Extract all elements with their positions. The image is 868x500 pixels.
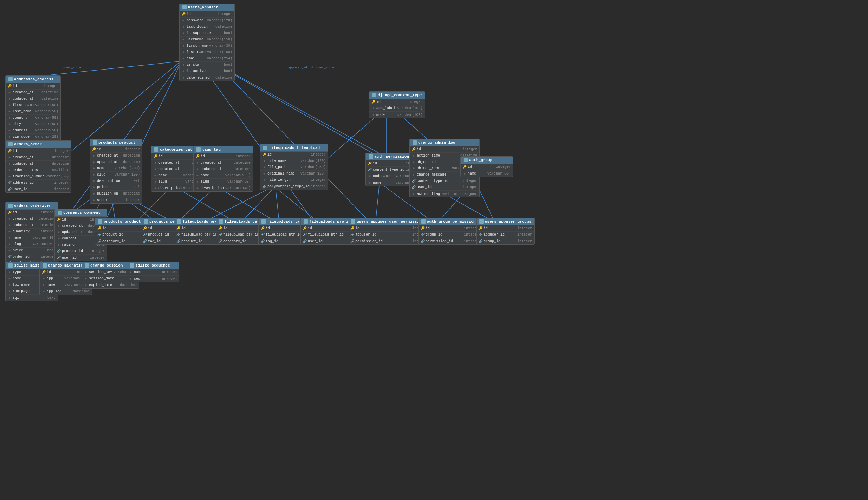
field-type: integer bbox=[517, 226, 532, 230]
field-name: last_name bbox=[13, 110, 34, 113]
table-sqlite_sequence: sqlite_sequence◆nameunknown◆sequnknown bbox=[127, 262, 179, 282]
field-icon: ◆ bbox=[93, 179, 95, 183]
table-products_product: products_product🔑idinteger◆created_atdat… bbox=[90, 139, 142, 204]
field-name: content_type_id bbox=[417, 179, 461, 183]
field-type: datetime bbox=[215, 76, 232, 80]
fk-icon: 🔗 bbox=[8, 188, 12, 191]
table-icon bbox=[8, 142, 13, 146]
field-name: first_name bbox=[187, 44, 208, 48]
field-type: integer bbox=[517, 239, 532, 243]
field-icon: ◆ bbox=[8, 122, 10, 126]
field-icon: ◆ bbox=[93, 198, 95, 202]
pk-icon: 🔑 bbox=[421, 226, 425, 230]
table-row: ◆is_staffbool bbox=[180, 62, 234, 68]
field-name: email bbox=[187, 57, 206, 60]
field-type: unknown bbox=[162, 277, 177, 281]
fk-icon: 🔗 bbox=[57, 249, 61, 253]
field-icon: ◆ bbox=[93, 173, 95, 177]
field-type: varchar(50) bbox=[32, 242, 56, 246]
field-name: stock bbox=[97, 198, 124, 202]
field-name: seq bbox=[134, 277, 161, 281]
field-name: created_at bbox=[62, 224, 86, 228]
field-icon: ◆ bbox=[85, 283, 86, 287]
field-name: name bbox=[97, 166, 113, 170]
table-title: django_content_type bbox=[378, 93, 422, 97]
table-row: ◆countryvarchar(50) bbox=[6, 115, 60, 121]
pk-icon: 🔑 bbox=[479, 226, 482, 230]
table-row: ◆tracking_numbervarchar(50) bbox=[6, 173, 71, 180]
table-row: 🔗user_idinteger bbox=[6, 186, 71, 192]
pk-icon: 🔑 bbox=[8, 149, 12, 153]
table-icon bbox=[196, 147, 201, 152]
table-row: ◆emailvarchar(254) bbox=[180, 55, 234, 62]
field-name: user_id bbox=[417, 185, 461, 189]
field-type: varchar(100) bbox=[115, 173, 140, 177]
field-type: varchar(50) bbox=[35, 116, 58, 120]
table-title: orders_order bbox=[14, 142, 42, 146]
table-header-addresses_address: addresses_address bbox=[6, 76, 60, 83]
connections-svg bbox=[0, 0, 868, 500]
field-type: integer bbox=[90, 256, 105, 260]
field-name: id bbox=[187, 12, 216, 16]
field-name: id bbox=[97, 147, 124, 151]
fk-icon: 🔗 bbox=[143, 233, 147, 237]
field-name: id bbox=[355, 226, 411, 230]
table-row: 🔗appuser_idinteger bbox=[348, 232, 429, 238]
fk-icon: 🔗 bbox=[368, 168, 372, 172]
field-type: varchar(140) bbox=[225, 186, 251, 190]
table-row: ◆expire_datedatetime bbox=[82, 282, 139, 288]
table-icon bbox=[182, 5, 187, 9]
table-title: comments_comment bbox=[63, 211, 101, 215]
field-type: datetime bbox=[123, 160, 140, 164]
field-type: integer bbox=[125, 147, 140, 151]
field-name: object_repr bbox=[417, 166, 451, 170]
fk-icon: 🔗 bbox=[303, 233, 307, 237]
field-type: integer bbox=[517, 233, 532, 237]
table-header-tags_tag: tags_tag bbox=[194, 146, 253, 153]
field-name: slug bbox=[158, 180, 184, 184]
field-name: slug bbox=[201, 180, 226, 184]
field-icon: ◆ bbox=[372, 113, 374, 117]
table-row: ◆quantityinteger bbox=[6, 229, 58, 235]
field-type: varchar(128) bbox=[207, 19, 232, 22]
table-row: ◆created_atdatetime bbox=[6, 90, 60, 96]
pk-icon: 🔑 bbox=[368, 162, 372, 165]
fk-icon: 🔗 bbox=[176, 233, 180, 237]
field-icon: ◆ bbox=[196, 186, 198, 190]
field-icon: ◆ bbox=[58, 224, 59, 228]
field-type: varchar(50) bbox=[35, 129, 58, 132]
field-icon: ◆ bbox=[43, 277, 44, 281]
field-type: integer bbox=[41, 230, 56, 233]
field-name: fileupload_ptr_id bbox=[266, 233, 302, 237]
field-icon: ◆ bbox=[263, 159, 265, 163]
field-name: name bbox=[158, 173, 182, 177]
field-type: datetime bbox=[39, 223, 56, 227]
table-auth_group: auth_group🔑idinteger◆namevarchar(80) bbox=[460, 156, 513, 177]
table-row: ◆stockinteger bbox=[90, 197, 142, 203]
field-type: bool bbox=[224, 31, 232, 35]
field-type: integer bbox=[462, 147, 477, 151]
field-icon: ◆ bbox=[93, 192, 95, 196]
field-type: datetime bbox=[52, 162, 69, 166]
field-type: varchar(120) bbox=[300, 172, 326, 176]
table-title: orders_orderitem bbox=[14, 204, 51, 208]
field-type: varchar(30) bbox=[209, 44, 232, 48]
field-icon: ◆ bbox=[8, 242, 10, 246]
field-icon: ◆ bbox=[369, 181, 370, 185]
table-row: ◆updated_atdatetime bbox=[6, 96, 60, 102]
table-row: 🔗product_idinteger bbox=[55, 248, 107, 255]
field-name: updated_at bbox=[13, 162, 51, 166]
field-name: slug bbox=[13, 242, 31, 246]
table-row: ◆passwordvarchar(128) bbox=[180, 18, 234, 24]
pk-icon: 🔑 bbox=[196, 154, 200, 158]
table-row: ◆updated_atdatetime bbox=[90, 159, 142, 165]
field-type: integer bbox=[44, 84, 58, 88]
field-name: price bbox=[97, 185, 130, 189]
pk-icon: 🔑 bbox=[182, 12, 186, 16]
field-name: order_status bbox=[13, 168, 51, 172]
field-name: id bbox=[47, 270, 73, 274]
field-type: unknown bbox=[162, 270, 177, 274]
table-users_appuser_groups: users_appuser_groups🔑idinteger🔗appuser_i… bbox=[476, 218, 535, 245]
fk-icon: 🔗 bbox=[303, 239, 307, 243]
table-icon bbox=[464, 158, 468, 162]
